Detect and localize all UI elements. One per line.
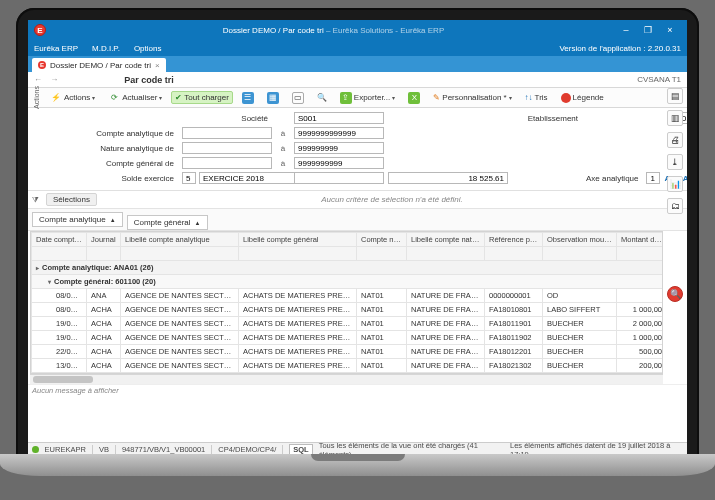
nature-to-field[interactable] — [294, 142, 384, 154]
filter-funnel-icon[interactable]: ⧩ — [28, 195, 42, 205]
group-badge-compte-analytique[interactable]: Compte analytique ▲ — [32, 212, 123, 227]
export-button[interactable]: ⇪ Exporter... ▾ — [336, 90, 399, 106]
axis-label: Axe analytique — [586, 174, 642, 183]
grid-filter-row[interactable] — [32, 247, 664, 261]
excel-button[interactable]: X — [404, 90, 424, 106]
compte-gen-from-field[interactable] — [182, 157, 272, 169]
window-minimize-button[interactable]: – — [615, 25, 637, 35]
app-version-label: Version de l'application : 2.20.0.31 — [559, 44, 681, 53]
selections-tab-button[interactable]: Sélections — [46, 193, 97, 206]
solde-value-field[interactable] — [388, 172, 508, 184]
toolbar: Actions ⚡ Actions ▾ ⟳ Actualiser ▾ ✔ Tou… — [28, 88, 687, 108]
actions-menu-button[interactable]: ⚡ Actions ▾ — [46, 90, 99, 106]
refresh-label: Actualiser — [122, 93, 157, 102]
window-close-button[interactable]: × — [659, 25, 681, 35]
menu-item-mdip[interactable]: M.D.I.P. — [92, 44, 120, 53]
side-tool-2[interactable]: ▥ — [667, 110, 683, 126]
find-button[interactable]: 🔍 — [667, 286, 683, 302]
side-tool-download-icon[interactable]: ⤓ — [667, 154, 683, 170]
nature-label: Nature analytique de — [88, 144, 178, 153]
table-row[interactable]: 22/01/2018ACHAAGENCE DE NANTES SECTEUR 0… — [32, 345, 664, 359]
data-grid: Date comptable Journal Libellé compte an… — [30, 231, 663, 374]
col-ref[interactable]: Référence pièce — [485, 233, 543, 247]
col-journal[interactable]: Journal — [87, 233, 121, 247]
side-tool-folder-icon[interactable]: 🗂 — [667, 198, 683, 214]
side-tool-print-icon[interactable]: 🖨 — [667, 132, 683, 148]
nature-from-field[interactable] — [182, 142, 272, 154]
export-label: Exporter... — [354, 93, 390, 102]
filter-form: Société Etablissement Compte analytique … — [28, 108, 687, 191]
col-lib-ana[interactable]: Libellé compte analytique — [121, 233, 239, 247]
document-tab[interactable]: E Dossier DEMO / Par code tri × — [32, 58, 166, 72]
zoom-button[interactable]: 🔍 — [313, 91, 331, 104]
horizontal-scrollbar[interactable] — [30, 374, 663, 384]
personalize-button[interactable]: ✎ Personnalisation* ▾ — [429, 91, 515, 104]
solde-index-field[interactable] — [182, 172, 196, 184]
scrollbar-thumb[interactable] — [33, 376, 93, 383]
view-code-badge: CVSANA T1 — [637, 75, 681, 84]
societe-field[interactable] — [294, 112, 384, 124]
col-lib-nat[interactable]: Libellé compte nature — [407, 233, 485, 247]
view-tree-button[interactable]: ☰ — [238, 90, 258, 106]
axis-index-field[interactable] — [646, 172, 660, 184]
col-date[interactable]: Date comptable — [32, 233, 87, 247]
nav-back-icon[interactable]: ← — [34, 75, 42, 84]
bolt-icon: ⚡ — [50, 92, 62, 104]
to-label: à — [276, 159, 290, 168]
actions-menu-label: Actions — [64, 93, 90, 102]
sort-button[interactable]: ↑↓ Tris — [521, 91, 552, 104]
excel-icon: X — [408, 92, 420, 104]
tab-close-icon[interactable]: × — [155, 61, 160, 70]
export-icon: ⇪ — [340, 92, 352, 104]
group-by-row[interactable]: Compte analytique ▲ Compte général ▲ — [28, 209, 687, 231]
group-badge-compte-general[interactable]: Compte général ▲ — [127, 215, 208, 230]
group-row-analytique[interactable]: ▸Compte analytique: ANA01 (26) — [32, 261, 664, 275]
side-tool-chart-icon[interactable]: 📊 — [667, 176, 683, 192]
window-title-vendor: – — [326, 26, 333, 35]
menu-item-options[interactable]: Options — [134, 44, 162, 53]
selection-empty-msg: Aucun critère de sélection n'a été défin… — [97, 195, 687, 204]
side-tool-1[interactable]: ▤ — [667, 88, 683, 104]
menu-item-eureka[interactable]: Eurêka ERP — [34, 44, 78, 53]
sort-asc-icon: ▲ — [110, 217, 116, 223]
window-title: Dossier DEMO / Par code tri – Eurêka Sol… — [52, 26, 615, 35]
view-cards-button[interactable]: ▭ — [288, 90, 308, 106]
col-nat[interactable]: Compte nature — [357, 233, 407, 247]
solde-label: Solde exercice — [88, 174, 178, 183]
societe-label: Société — [182, 114, 272, 123]
table-row[interactable]: 08/01/2018ACHAAGENCE DE NANTES SECTEUR 0… — [32, 303, 664, 317]
compte-ana-to-field[interactable] — [294, 127, 384, 139]
col-debit[interactable]: Montant débit — [617, 233, 664, 247]
group-badge-label: Compte analytique — [39, 215, 106, 224]
nav-arrows: ← → — [34, 75, 64, 84]
window-title-vendor-text: Eurêka Solutions - Eurêka ERP — [333, 26, 445, 35]
solde-from-field[interactable] — [294, 172, 384, 184]
load-all-label: Tout charger — [184, 93, 228, 102]
sort-icon: ↑↓ — [525, 93, 533, 102]
refresh-button[interactable]: ⟳ Actualiser ▾ — [104, 90, 166, 106]
status-dot-icon — [32, 446, 39, 453]
personalize-label: Personnalisation — [442, 93, 501, 102]
status-lang: VB — [99, 445, 116, 454]
col-obs[interactable]: Observation mouvement — [543, 233, 617, 247]
side-toolbar: ▤ ▥ 🖨 ⤓ 📊 🗂 🔍 — [665, 88, 685, 302]
document-tab-title: Dossier DEMO / Par code tri — [50, 61, 151, 70]
ribbon-actions-label: Actions — [32, 86, 41, 109]
compte-ana-from-field[interactable] — [182, 127, 272, 139]
col-lib-gen[interactable]: Libellé compte général — [239, 233, 357, 247]
table-row[interactable]: 13/02/2018ACHAAGENCE DE NANTES SECTEUR 0… — [32, 359, 664, 373]
legend-button[interactable]: Légende — [557, 91, 608, 105]
table-row[interactable]: 19/01/2018ACHAAGENCE DE NANTES SECTEUR 0… — [32, 317, 664, 331]
chevron-down-icon: ▾ — [509, 94, 512, 101]
window-restore-button[interactable]: ❐ — [637, 25, 659, 35]
view-grid-button[interactable]: ▦ — [263, 90, 283, 106]
table-row[interactable]: 19/01/2018ACHAAGENCE DE NANTES SECTEUR 0… — [32, 331, 664, 345]
group-row-general[interactable]: ▾Compte général: 601100 (20) — [32, 275, 664, 289]
nav-fwd-icon[interactable]: → — [50, 75, 58, 84]
table-row[interactable]: 08/01/2018ANAAGENCE DE NANTES SECTEUR 01… — [32, 289, 664, 303]
grid-header-row: Date comptable Journal Libellé compte an… — [32, 233, 664, 247]
laptop-bezel: E Dossier DEMO / Par code tri – Eurêka S… — [16, 8, 699, 456]
compte-gen-to-field[interactable] — [294, 157, 384, 169]
load-all-button[interactable]: ✔ Tout charger — [171, 91, 232, 104]
cards-view-icon: ▭ — [292, 92, 304, 104]
